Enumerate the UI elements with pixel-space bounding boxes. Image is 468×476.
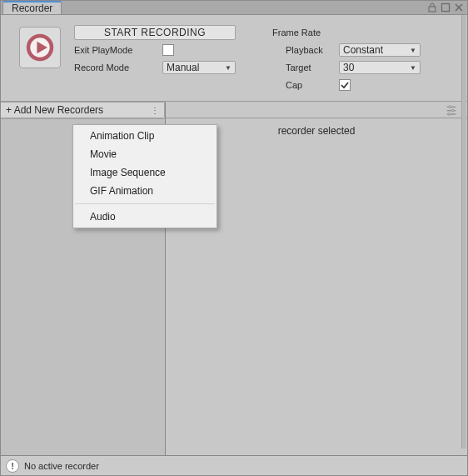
warning-icon: ! bbox=[6, 459, 19, 473]
status-message: No active recorder bbox=[24, 461, 99, 471]
tab-bar: Recorder bbox=[1, 1, 467, 15]
recorder-type-menu: Animation Clip Movie Image Sequence GIF … bbox=[72, 124, 217, 228]
chevron-down-icon: ▼ bbox=[410, 64, 416, 72]
svg-point-5 bbox=[449, 105, 451, 108]
exit-playmode-label: Exit PlayMode bbox=[74, 45, 157, 55]
body: + Add New Recorders ⋮ recorder selected bbox=[1, 102, 467, 455]
tab-label: Recorder bbox=[12, 3, 52, 14]
svg-rect-0 bbox=[429, 7, 436, 12]
target-dropdown[interactable]: 30 ▼ bbox=[339, 61, 421, 74]
play-button[interactable] bbox=[19, 27, 61, 68]
menu-item-animation-clip[interactable]: Animation Clip bbox=[73, 127, 217, 145]
start-recording-label: START RECORDING bbox=[104, 27, 206, 38]
check-icon bbox=[340, 80, 350, 90]
record-mode-label: Record Mode bbox=[74, 63, 157, 73]
tab-recorder[interactable]: Recorder bbox=[2, 1, 62, 14]
target-label: Target bbox=[272, 63, 334, 73]
left-controls: START RECORDING Exit PlayMode Record Mod… bbox=[74, 25, 236, 93]
playback-label: Playback bbox=[272, 45, 334, 55]
menu-separator bbox=[75, 203, 215, 204]
kebab-menu-icon[interactable]: ⋮ bbox=[151, 106, 159, 115]
empty-state-message: recorder selected bbox=[278, 125, 356, 455]
cap-checkbox[interactable] bbox=[339, 79, 351, 91]
window-controls bbox=[427, 1, 467, 14]
lock-icon[interactable] bbox=[427, 3, 437, 13]
right-controls: Frame Rate Playback Constant ▼ Target 30… bbox=[272, 25, 421, 93]
scrollbar[interactable] bbox=[461, 15, 466, 448]
exit-playmode-checkbox[interactable] bbox=[162, 44, 174, 56]
start-recording-button[interactable]: START RECORDING bbox=[74, 25, 236, 40]
record-mode-value: Manual bbox=[167, 62, 199, 73]
svg-point-7 bbox=[451, 109, 454, 112]
settings-icon[interactable] bbox=[446, 104, 457, 116]
menu-item-image-sequence[interactable]: Image Sequence bbox=[73, 163, 217, 182]
menu-item-movie[interactable]: Movie bbox=[73, 145, 217, 163]
target-value: 30 bbox=[343, 62, 354, 73]
chevron-down-icon: ▼ bbox=[225, 64, 232, 72]
control-strip: START RECORDING Exit PlayMode Record Mod… bbox=[1, 15, 467, 102]
menu-item-audio[interactable]: Audio bbox=[73, 208, 217, 226]
svg-rect-1 bbox=[442, 4, 450, 12]
playback-value: Constant bbox=[343, 44, 383, 56]
menu-item-gif-animation[interactable]: GIF Animation bbox=[73, 182, 217, 200]
svg-point-9 bbox=[448, 113, 451, 115]
chevron-down-icon: ▼ bbox=[410, 47, 416, 54]
maximize-icon[interactable] bbox=[441, 3, 451, 13]
add-new-recorders-label: + Add New Recorders bbox=[6, 104, 103, 116]
status-bar: ! No active recorder bbox=[1, 455, 467, 475]
cap-label: Cap bbox=[272, 80, 334, 90]
playback-dropdown[interactable]: Constant ▼ bbox=[339, 43, 421, 57]
play-icon bbox=[25, 33, 55, 63]
frame-rate-heading: Frame Rate bbox=[272, 25, 421, 40]
record-mode-dropdown[interactable]: Manual ▼ bbox=[162, 61, 236, 74]
add-new-recorders-button[interactable]: + Add New Recorders ⋮ bbox=[1, 102, 165, 118]
main-header bbox=[166, 102, 467, 118]
recorder-window: Recorder START RECORDING bbox=[0, 0, 468, 476]
close-icon[interactable] bbox=[454, 3, 464, 13]
